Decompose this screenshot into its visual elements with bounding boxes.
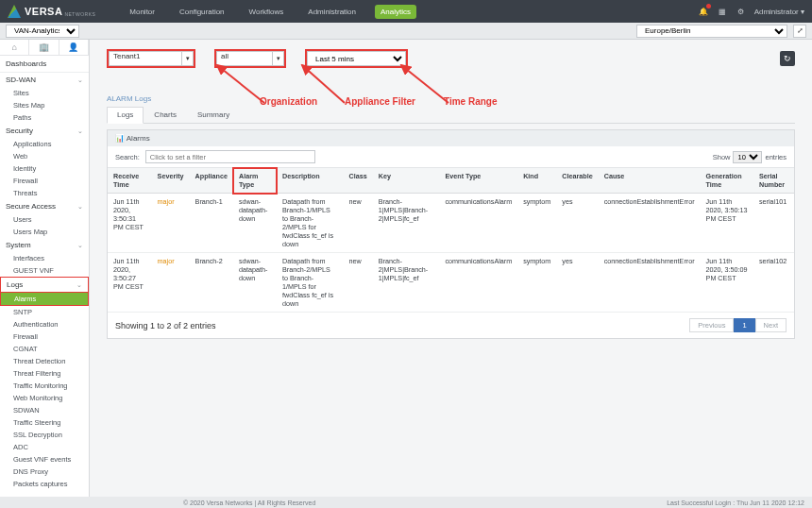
col-class[interactable]: Class bbox=[344, 168, 373, 194]
tab-logs[interactable]: Logs bbox=[107, 107, 144, 124]
col-appliance[interactable]: Appliance bbox=[190, 168, 233, 194]
nav-analytics[interactable]: Analytics bbox=[375, 5, 416, 19]
col-clearable[interactable]: Clearable bbox=[556, 168, 598, 194]
sidebar-item-users[interactable]: Users bbox=[0, 213, 89, 226]
show-label: Show bbox=[713, 153, 731, 161]
footer-login: Last Successful Login : Thu Jun 11 2020 … bbox=[667, 500, 804, 506]
col-kind[interactable]: Kind bbox=[517, 168, 556, 194]
timerange-select[interactable]: Last 5 mins bbox=[307, 51, 406, 66]
logo-icon bbox=[8, 5, 21, 18]
col-alarm-type[interactable]: Alarm Type bbox=[233, 168, 277, 194]
topbar-right: 🔔 ▦ ⚙ Administrator ▾ bbox=[698, 6, 804, 17]
sidebar-item-adc[interactable]: ADC bbox=[0, 441, 89, 453]
col-cause[interactable]: Cause bbox=[599, 168, 701, 194]
admin-menu[interactable]: Administrator ▾ bbox=[754, 8, 804, 16]
tab-summary[interactable]: Summary bbox=[187, 107, 240, 123]
dashboards-heading: Dashboards bbox=[0, 56, 89, 73]
col-event-type[interactable]: Event Type bbox=[439, 168, 517, 194]
sidebar-item-cgnat[interactable]: CGNAT bbox=[0, 343, 89, 355]
col-generation-time[interactable]: Generation Time bbox=[701, 168, 753, 194]
sidebar-item-sites[interactable]: Sites bbox=[0, 87, 89, 99]
footer-copy: © 2020 Versa Networks | All Rights Reser… bbox=[183, 500, 315, 506]
gear-icon[interactable]: ⚙ bbox=[736, 6, 747, 17]
bell-icon[interactable]: 🔔 bbox=[698, 6, 709, 17]
sidebar-item-traffic-steering[interactable]: Traffic Steering bbox=[0, 416, 89, 429]
sidebar-item-dns-proxy[interactable]: DNS Proxy bbox=[0, 466, 89, 478]
top-nav: Monitor Configuration Workflows Administ… bbox=[124, 5, 416, 19]
col-receive-time[interactable]: Receive Time bbox=[108, 168, 152, 194]
sidebar-item-applications[interactable]: Applications bbox=[0, 138, 89, 150]
appliance-select[interactable]: all bbox=[216, 51, 273, 66]
pager-page-1[interactable]: 1 bbox=[734, 318, 754, 332]
brand-name: VERSA bbox=[25, 6, 62, 17]
sidebar-item-ssl-decryption[interactable]: SSL Decryption bbox=[0, 429, 89, 441]
group-logs[interactable]: Logs⌄ bbox=[0, 277, 89, 293]
sidebar-item-sites-map[interactable]: Sites Map bbox=[0, 99, 89, 111]
table-row[interactable]: Jun 11th 2020, 3:50:27 PM CESTmajorBranc… bbox=[108, 253, 794, 313]
sidebar-item-threat-detection[interactable]: Threat Detection bbox=[0, 355, 89, 367]
sidebar-item-threat-filtering[interactable]: Threat Filtering bbox=[0, 367, 89, 380]
brand-sub: NETWORKS bbox=[64, 11, 95, 17]
org-dropdown-icon[interactable]: ▾ bbox=[182, 51, 194, 66]
pager-next[interactable]: Next bbox=[755, 318, 787, 332]
nav-configuration[interactable]: Configuration bbox=[174, 5, 230, 19]
timezone-select[interactable]: Europe/Berlin bbox=[636, 25, 787, 38]
group-security[interactable]: Security⌄ bbox=[0, 124, 89, 138]
sidebar-item-web[interactable]: Web bbox=[0, 150, 89, 162]
search-input[interactable] bbox=[145, 150, 315, 163]
timerange-filter-box: Last 5 mins bbox=[305, 49, 408, 68]
col-severity[interactable]: Severity bbox=[152, 168, 190, 194]
sidebar-item-threats[interactable]: Threats bbox=[0, 187, 89, 199]
grid-icon[interactable]: ▦ bbox=[717, 6, 728, 17]
topbar: VERSA NETWORKS Monitor Configuration Wor… bbox=[0, 0, 812, 23]
group-system[interactable]: System⌄ bbox=[0, 238, 89, 252]
footer: © 2020 Versa Networks | All Rights Reser… bbox=[0, 497, 812, 508]
section-title: ALARM Logs bbox=[107, 94, 795, 103]
sidebar-item-authentication[interactable]: Authentication bbox=[0, 318, 89, 330]
sidebar-item-guest-vnf[interactable]: GUEST VNF bbox=[0, 264, 89, 277]
entries-select[interactable]: 10 bbox=[733, 151, 762, 163]
nav-workflows[interactable]: Workflows bbox=[244, 5, 290, 19]
table-info: Showing 1 to 2 of 2 entries bbox=[115, 321, 216, 330]
sidebar-item-alarms[interactable]: Alarms bbox=[0, 293, 89, 306]
col-serial-number[interactable]: Serial Number bbox=[753, 168, 794, 194]
search-label: Search: bbox=[115, 153, 140, 161]
group-secure-access[interactable]: Secure Access⌄ bbox=[0, 199, 89, 213]
sidebar-item-packets-captures[interactable]: Packets captures bbox=[0, 478, 89, 490]
nav-monitor[interactable]: Monitor bbox=[124, 5, 161, 19]
building-icon[interactable]: 🏢 bbox=[29, 40, 59, 55]
org-select[interactable]: Tenant1 bbox=[109, 51, 182, 66]
refresh-button[interactable]: ↻ bbox=[780, 51, 795, 66]
sidebar-item-users-map[interactable]: Users Map bbox=[0, 226, 89, 238]
group-sdwan[interactable]: SD-WAN⌄ bbox=[0, 73, 89, 87]
appliance-filter-box: all ▾ bbox=[214, 49, 286, 68]
sidebar-item-traffic-monitoring[interactable]: Traffic Monitoring bbox=[0, 380, 89, 392]
alarms-panel: 📊 Alarms Search: Show 10 entries Receive… bbox=[107, 129, 795, 339]
context-select[interactable]: VAN-Analytics-1 bbox=[6, 25, 79, 38]
context-bar: VAN-Analytics-1 Europe/Berlin ⤢ bbox=[0, 23, 812, 40]
sidebar-item-paths[interactable]: Paths bbox=[0, 111, 89, 124]
sidebar-item-guest-vnf-events[interactable]: Guest VNF events bbox=[0, 453, 89, 466]
user-icon[interactable]: 👤 bbox=[59, 40, 89, 55]
sidebar-item-sdwan-log[interactable]: SDWAN bbox=[0, 404, 89, 416]
col-key[interactable]: Key bbox=[373, 168, 440, 194]
sidebar-item-firewall-log[interactable]: Firewall bbox=[0, 330, 89, 343]
tab-charts[interactable]: Charts bbox=[144, 107, 187, 123]
home-icon[interactable]: ⌂ bbox=[0, 40, 29, 55]
brand-logo: VERSA NETWORKS bbox=[8, 5, 95, 18]
log-tabs: Logs Charts Summary bbox=[107, 107, 795, 124]
alarms-table: Receive Time Severity Appliance Alarm Ty… bbox=[108, 168, 794, 313]
sidebar-item-identity[interactable]: Identity bbox=[0, 162, 89, 175]
sidebar-item-interfaces[interactable]: Interfaces bbox=[0, 252, 89, 264]
panel-title: 📊 Alarms bbox=[108, 130, 794, 146]
content: Tenant1 ▾ all ▾ Last 5 mins ↻ Organizati… bbox=[90, 40, 812, 497]
sidebar-item-firewall[interactable]: Firewall bbox=[0, 175, 89, 187]
col-description[interactable]: Description bbox=[277, 168, 343, 194]
expand-icon[interactable]: ⤢ bbox=[793, 25, 806, 38]
table-row[interactable]: Jun 11th 2020, 3:50:31 PM CESTmajorBranc… bbox=[108, 194, 794, 253]
sidebar-item-web-monitoring[interactable]: Web Monitoring bbox=[0, 392, 89, 404]
appliance-dropdown-icon[interactable]: ▾ bbox=[273, 51, 284, 66]
sidebar-item-sntp[interactable]: SNTP bbox=[0, 306, 89, 318]
nav-administration[interactable]: Administration bbox=[302, 5, 362, 19]
pager-prev[interactable]: Previous bbox=[689, 318, 734, 332]
